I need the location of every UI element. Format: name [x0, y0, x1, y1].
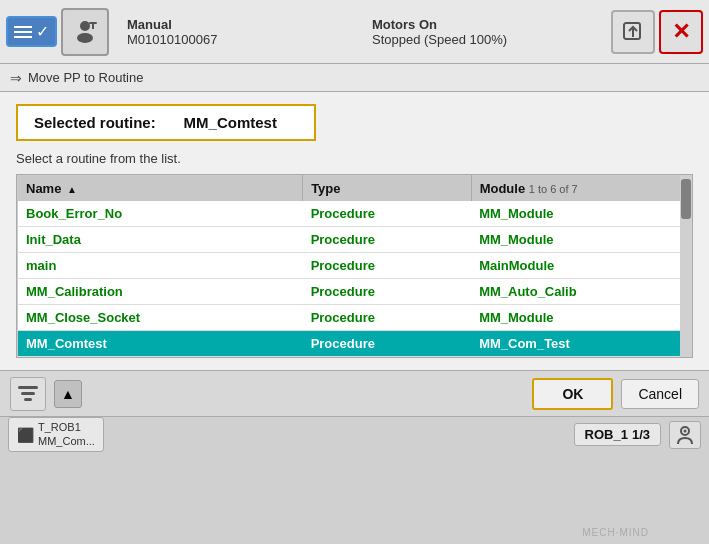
task-tab-text: T_ROB1 MM_Com... — [38, 421, 95, 447]
cell-type: Procedure — [303, 201, 472, 227]
watermark: MECH·MIND — [582, 527, 649, 538]
selected-routine-box: Selected routine: MM_Comtest — [16, 104, 316, 141]
cell-type: Procedure — [303, 331, 472, 357]
status-bar: ⬛ T_ROB1 MM_Com... ROB_1 1/3 — [0, 416, 709, 452]
hamburger-menu-button[interactable]: ✓ — [6, 16, 57, 47]
cell-name: MM_Close_Socket — [18, 305, 303, 331]
table-row[interactable]: Book_Error_NoProcedureMM_Module — [18, 201, 692, 227]
cell-name: Book_Error_No — [18, 201, 303, 227]
col-module-header: Module 1 to 6 of 7 — [471, 176, 691, 202]
filter-button[interactable] — [10, 377, 46, 411]
col-type-header[interactable]: Type — [303, 176, 472, 202]
cell-name: MM_Comtest — [18, 331, 303, 357]
filter-icon — [17, 383, 39, 405]
select-hint: Select a routine from the list. — [16, 151, 693, 166]
robot-info: ROB_1 1/3 — [574, 421, 701, 449]
controller-id: M01010100067 — [127, 32, 340, 47]
pagination-label: 1 to 6 of 7 — [529, 183, 582, 195]
scroll-thumb[interactable] — [681, 179, 691, 219]
cell-type: Procedure — [303, 227, 472, 253]
export-icon — [622, 21, 644, 43]
move-pp-icon: ⇒ — [10, 70, 22, 86]
person-info-icon — [71, 18, 99, 46]
table-row[interactable]: MM_ComtestProcedureMM_Com_Test — [18, 331, 692, 357]
task-name: T_ROB1 — [38, 421, 95, 434]
svg-point-1 — [77, 33, 93, 43]
robot-icon — [674, 424, 696, 446]
cell-name: Init_Data — [18, 227, 303, 253]
cell-type: Procedure — [303, 253, 472, 279]
cell-module: MM_Module — [471, 227, 691, 253]
table-body: Book_Error_NoProcedureMM_ModuleInit_Data… — [18, 201, 692, 357]
toolbar-info: Manual M01010100067 — [115, 0, 352, 63]
toolbar-right: ✕ — [605, 0, 709, 63]
routine-table-wrapper: Name ▲ Type Module 1 to 6 of 7 Book_Erro… — [16, 174, 693, 358]
task-program: MM_Com... — [38, 435, 95, 448]
cell-name: MM_Calibration — [18, 279, 303, 305]
robot-counter: ROB_1 1/3 — [574, 423, 661, 446]
cell-type: Procedure — [303, 279, 472, 305]
cell-module: MM_Com_Test — [471, 331, 691, 357]
cell-module: MM_Module — [471, 305, 691, 331]
cell-type: Procedure — [303, 305, 472, 331]
table-row[interactable]: MM_Close_SocketProcedureMM_Module — [18, 305, 692, 331]
cell-module: MM_Module — [471, 201, 691, 227]
sort-arrow-icon: ▲ — [67, 184, 77, 195]
scrollbar[interactable] — [680, 175, 692, 357]
cell-module: MainModule — [471, 253, 691, 279]
close-button[interactable]: ✕ — [659, 10, 703, 54]
cell-module: MM_Auto_Calib — [471, 279, 691, 305]
svg-point-10 — [684, 429, 687, 432]
sub-header: ⇒ Move PP to Routine — [0, 64, 709, 92]
table-header-row: Name ▲ Type Module 1 to 6 of 7 — [18, 176, 692, 202]
status-stopped: Stopped (Speed 100%) — [372, 32, 585, 47]
status-motors: Motors On — [372, 17, 585, 32]
svg-rect-6 — [18, 386, 38, 389]
cell-name: main — [18, 253, 303, 279]
selected-routine-label: Selected routine: — [34, 114, 156, 131]
check-icon: ✓ — [36, 22, 49, 41]
toolbar: ✓ Manual M01010100067 Motors On Stopped … — [0, 0, 709, 64]
cancel-button[interactable]: Cancel — [621, 379, 699, 409]
table-row[interactable]: Init_DataProcedureMM_Module — [18, 227, 692, 253]
robot-count: 1/3 — [632, 427, 650, 442]
svg-point-0 — [80, 21, 90, 31]
info-button[interactable] — [61, 8, 109, 56]
ok-button[interactable]: OK — [532, 378, 613, 410]
scroll-up-button[interactable]: ▲ — [54, 380, 82, 408]
toolbar-status: Motors On Stopped (Speed 100%) — [352, 0, 605, 63]
manual-label: Manual — [127, 17, 340, 32]
bottom-bar: ▲ OK Cancel — [0, 370, 709, 416]
svg-rect-7 — [21, 392, 35, 395]
robot-icon-button[interactable] — [669, 421, 701, 449]
routine-table: Name ▲ Type Module 1 to 6 of 7 Book_Erro… — [17, 175, 692, 357]
col-name-header[interactable]: Name ▲ — [18, 176, 303, 202]
robot-label: ROB_1 — [585, 427, 628, 442]
task-icon: ⬛ — [17, 427, 34, 443]
hamburger-icon — [14, 26, 32, 38]
svg-rect-8 — [24, 398, 32, 401]
task-tab[interactable]: ⬛ T_ROB1 MM_Com... — [8, 417, 104, 451]
main-content: Selected routine: MM_Comtest Select a ro… — [0, 92, 709, 370]
export-button[interactable] — [611, 10, 655, 54]
selected-routine-value: MM_Comtest — [184, 114, 277, 131]
table-row[interactable]: mainProcedureMainModule — [18, 253, 692, 279]
sub-header-title: Move PP to Routine — [28, 70, 143, 85]
toolbar-left: ✓ — [0, 0, 115, 63]
table-row[interactable]: MM_CalibrationProcedureMM_Auto_Calib — [18, 279, 692, 305]
